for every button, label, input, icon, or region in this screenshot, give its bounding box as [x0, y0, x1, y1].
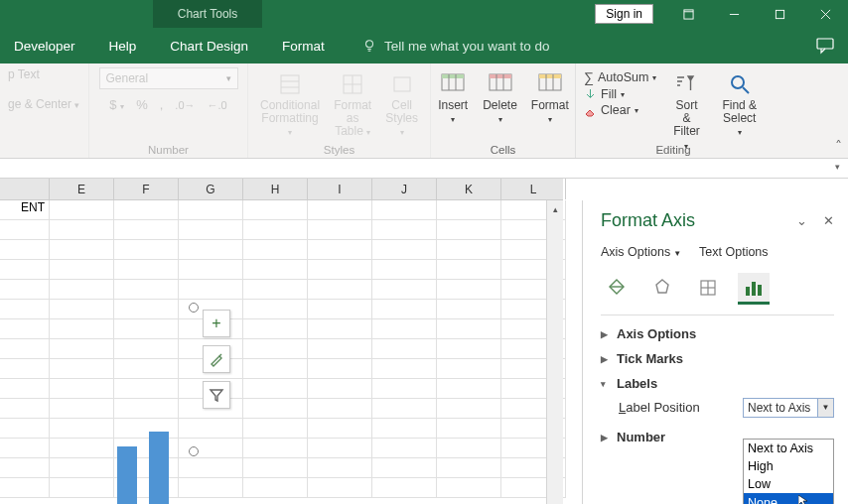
svg-rect-3: [776, 10, 783, 18]
maximize-button[interactable]: [757, 0, 802, 28]
cursor-icon: [798, 495, 808, 504]
resize-handle[interactable]: [189, 446, 199, 456]
dropdown-option[interactable]: Next to Axis: [744, 440, 833, 457]
labels-section[interactable]: ▾ Labels: [601, 371, 834, 396]
dropdown-option[interactable]: Low: [744, 475, 833, 493]
cell[interactable]: ENT: [0, 200, 50, 220]
group-label-cells: Cells: [431, 144, 575, 156]
sign-in-button[interactable]: Sign in: [595, 4, 653, 24]
col-header[interactable]: J: [372, 179, 437, 199]
format-cells-icon: [534, 71, 566, 97]
tab-developer[interactable]: Developer: [8, 28, 81, 63]
wrap-text-partial[interactable]: p Text: [8, 67, 40, 81]
chart-object[interactable]: [0, 298, 199, 504]
chevron-right-icon: ▶: [601, 354, 611, 364]
col-header[interactable]: K: [437, 179, 501, 199]
col-header[interactable]: F: [114, 179, 179, 199]
chevron-down-icon: ▾: [601, 379, 611, 389]
svg-rect-37: [758, 285, 762, 296]
accounting-format-button[interactable]: $ ▾: [109, 97, 124, 112]
label-position-dropdown[interactable]: Next to Axis High Low None: [743, 439, 834, 504]
tick-marks-section[interactable]: ▶ Tick Marks: [601, 346, 834, 371]
size-properties-icon[interactable]: [692, 273, 724, 305]
worksheet-vertical-scrollbar[interactable]: ▴: [546, 200, 563, 504]
label-position-combo[interactable]: Next to Axis ▼: [743, 398, 834, 418]
decrease-decimal-button[interactable]: ←.0: [208, 99, 227, 111]
text-options-tab[interactable]: Text Options: [699, 245, 768, 259]
close-button[interactable]: [802, 0, 848, 28]
format-as-table-button[interactable]: Format asTable ▾: [330, 69, 375, 141]
fill-button[interactable]: Fill ▾: [584, 87, 656, 101]
conditional-formatting-icon: [274, 71, 306, 97]
pane-category-icons: [601, 273, 834, 305]
col-header[interactable]: E: [50, 179, 114, 199]
resize-handle[interactable]: [189, 303, 199, 313]
merge-center-partial[interactable]: ge & Center ▾: [8, 97, 79, 111]
conditional-formatting-button[interactable]: ConditionalFormatting ▾: [256, 69, 324, 141]
find-select-button[interactable]: Find &Select ▾: [717, 69, 763, 141]
chevron-down-icon[interactable]: ▼: [817, 399, 833, 417]
cell-styles-button[interactable]: CellStyles ▾: [381, 69, 422, 141]
ribbon-group-styles: ConditionalFormatting ▾ Format asTable ▾…: [248, 63, 431, 158]
comma-style-button[interactable]: ,: [160, 97, 164, 112]
svg-rect-36: [752, 282, 756, 296]
effects-icon[interactable]: [646, 273, 678, 305]
dropdown-option-selected[interactable]: None: [744, 493, 833, 504]
sort-filter-button[interactable]: Sort &Filter ▾: [666, 69, 706, 154]
tab-help[interactable]: Help: [103, 28, 143, 63]
tab-format[interactable]: Format: [276, 28, 331, 63]
chart-filters-button[interactable]: [203, 381, 230, 409]
col-header[interactable]: L: [501, 179, 566, 199]
clear-button[interactable]: Clear ▾: [584, 103, 656, 117]
titlebar-controls: Sign in: [595, 0, 848, 28]
chart-elements-button[interactable]: +: [203, 310, 230, 337]
chevron-down-icon: ▾: [226, 73, 231, 83]
column-headers: E F G H I J K L: [0, 179, 563, 200]
percent-style-button[interactable]: %: [136, 97, 148, 112]
titlebar: Chart Tools Sign in: [0, 0, 848, 28]
pane-close-button[interactable]: ✕: [823, 213, 834, 228]
plus-icon: +: [212, 315, 220, 332]
delete-button[interactable]: Delete▾: [479, 69, 521, 127]
collapse-ribbon-button[interactable]: ˄: [835, 138, 842, 154]
svg-rect-9: [817, 39, 833, 49]
formula-bar-expand-button[interactable]: ▾: [835, 162, 840, 172]
pane-title: Format Axis: [601, 210, 695, 231]
col-header[interactable]: I: [308, 179, 372, 199]
ribbon-group-alignment: p Text ge & Center ▾: [0, 63, 89, 158]
number-format-combo[interactable]: General ▾: [99, 67, 238, 89]
fill-down-icon: [584, 88, 597, 101]
chart-bar: [149, 432, 169, 504]
axis-options-tab[interactable]: Axis Options▼: [601, 245, 681, 259]
group-label-editing: Editing: [576, 144, 771, 156]
paintbrush-icon: [209, 351, 224, 367]
tell-me-label: Tell me what you want to do: [384, 39, 550, 54]
svg-marker-31: [656, 280, 668, 293]
svg-point-29: [732, 76, 744, 88]
chart-styles-button[interactable]: [203, 345, 230, 373]
ribbon-display-options-button[interactable]: [665, 0, 711, 28]
funnel-icon: [209, 387, 224, 403]
pane-options-dropdown[interactable]: ⌄: [796, 213, 807, 228]
comments-icon[interactable]: [816, 37, 834, 55]
axis-options-section[interactable]: ▶ Axis Options: [601, 321, 834, 346]
chart-tools-label: Chart Tools: [178, 7, 237, 21]
tab-chart-design[interactable]: Chart Design: [164, 28, 254, 63]
increase-decimal-button[interactable]: .0→: [175, 99, 195, 111]
scroll-up-button[interactable]: ▴: [547, 200, 563, 217]
ribbon: p Text ge & Center ▾ General ▾ $ ▾ % , .…: [0, 63, 848, 159]
axis-options-icon[interactable]: [738, 273, 770, 305]
format-cells-button[interactable]: Format▾: [527, 69, 573, 127]
group-label-styles: Styles: [248, 144, 430, 156]
minimize-button[interactable]: [711, 0, 757, 28]
chart-tools-contextual-tab: Chart Tools: [153, 0, 262, 28]
eraser-icon: [584, 104, 597, 117]
fill-line-icon[interactable]: [601, 273, 633, 305]
ribbon-group-editing: ∑ AutoSum ▾ Fill ▾ Clear ▾: [576, 63, 771, 158]
dropdown-option[interactable]: High: [744, 457, 833, 475]
col-header[interactable]: G: [179, 179, 243, 199]
autosum-button[interactable]: ∑ AutoSum ▾: [584, 69, 656, 85]
col-header[interactable]: H: [243, 179, 308, 199]
insert-button[interactable]: Insert▾: [433, 69, 473, 127]
tell-me-box[interactable]: Tell me what you want to do: [362, 39, 550, 54]
